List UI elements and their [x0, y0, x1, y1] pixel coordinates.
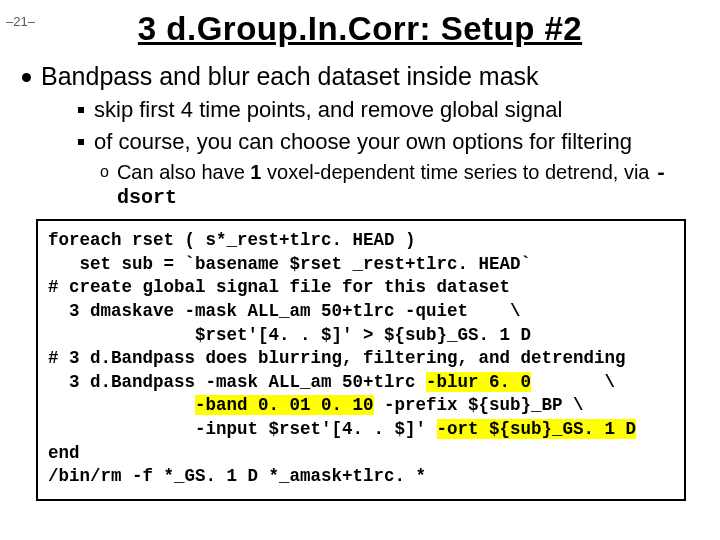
code-line-11: /bin/rm -f *_GS. 1 D *_amask+tlrc. *	[48, 466, 426, 486]
bullet-square-icon	[78, 107, 84, 113]
page-number: –21–	[6, 14, 35, 29]
code-l9-pre: -input $rset'[4. . $]'	[48, 419, 437, 439]
code-line-3: # create global signal file for this dat…	[48, 277, 510, 297]
slide-title: 3 d.Group.In.Corr: Setup #2	[0, 10, 720, 48]
code-l8-pre	[48, 395, 195, 415]
code-line-6: # 3 d.Bandpass does blurring, filtering,…	[48, 348, 626, 368]
bullet-level1: Bandpass and blur each dataset inside ma…	[22, 62, 700, 91]
bullet-level2-b: of course, you can choose your own optio…	[78, 129, 700, 155]
code-l9-highlight: -ort ${sub}_GS. 1 D	[437, 419, 637, 439]
code-line-10: end	[48, 443, 80, 463]
bullet-dot-icon	[22, 73, 31, 82]
code-line-9: -input $rset'[4. . $]' -ort ${sub}_GS. 1…	[48, 419, 636, 439]
code-l7-highlight: -blur 6. 0	[426, 372, 531, 392]
code-line-4: 3 dmaskave -mask ALL_am 50+tlrc -quiet \	[48, 301, 521, 321]
bullet-level3: o Can also have 1 voxel-dependent time s…	[100, 161, 700, 209]
bullet-o-icon: o	[100, 163, 109, 181]
bullet-level2-a-text: skip first 4 time points, and remove glo…	[94, 97, 562, 123]
code-line-7: 3 d.Bandpass -mask ALL_am 50+tlrc -blur …	[48, 372, 615, 392]
bullet-level1-text: Bandpass and blur each dataset inside ma…	[41, 62, 539, 91]
code-line-1: foreach rset ( s*_rest+tlrc. HEAD )	[48, 230, 416, 250]
code-l7-pre: 3 d.Bandpass -mask ALL_am 50+tlrc	[48, 372, 426, 392]
content-area: Bandpass and blur each dataset inside ma…	[0, 48, 720, 501]
lvl3-mid: voxel-dependent time series to detrend, …	[261, 161, 655, 183]
code-l8-highlight: -band 0. 01 0. 10	[195, 395, 374, 415]
bullet-level2-a: skip first 4 time points, and remove glo…	[78, 97, 700, 123]
bullet-level2-b-text: of course, you can choose your own optio…	[94, 129, 632, 155]
lvl3-bold: 1	[250, 161, 261, 183]
code-l7-post: \	[531, 372, 615, 392]
lvl3-pre: Can also have	[117, 161, 250, 183]
slide: –21– 3 d.Group.In.Corr: Setup #2 Bandpas…	[0, 10, 720, 540]
bullet-level3-text: Can also have 1 voxel-dependent time ser…	[117, 161, 700, 209]
bullet-square-icon	[78, 139, 84, 145]
code-line-8: -band 0. 01 0. 10 -prefix ${sub}_BP \	[48, 395, 584, 415]
code-block: foreach rset ( s*_rest+tlrc. HEAD ) set …	[36, 219, 686, 501]
code-l8-post: -prefix ${sub}_BP \	[374, 395, 584, 415]
code-line-5: $rset'[4. . $]' > ${sub}_GS. 1 D	[48, 325, 531, 345]
code-line-2: set sub = `basename $rset _rest+tlrc. HE…	[48, 254, 531, 274]
